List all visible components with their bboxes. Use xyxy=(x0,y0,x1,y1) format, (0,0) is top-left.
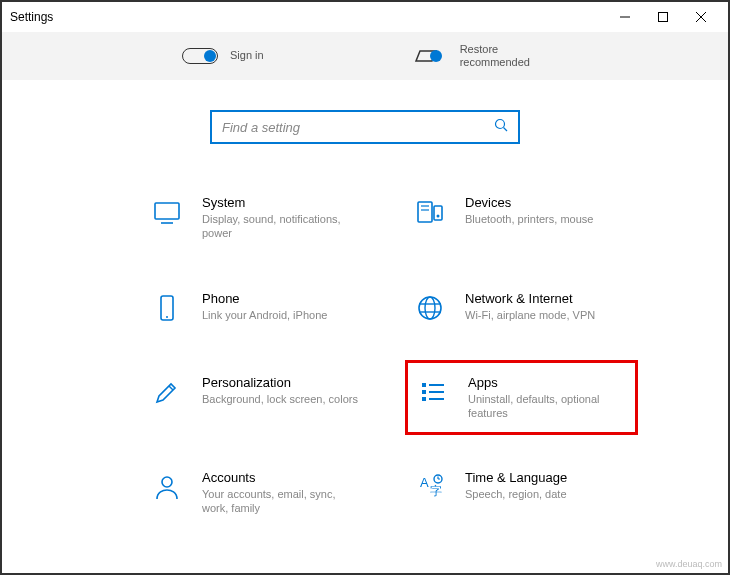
restore-label: Restore recommended xyxy=(460,43,560,69)
tile-subtitle: Background, lock screen, colors xyxy=(202,392,358,406)
tile-network[interactable]: Network & Internet Wi-Fi, airplane mode,… xyxy=(405,285,638,331)
tile-title: Time & Language xyxy=(465,470,567,485)
settings-grid: System Display, sound, notifications, po… xyxy=(2,144,728,542)
svg-line-20 xyxy=(169,386,173,390)
sign-in-label: Sign in xyxy=(230,49,264,62)
search-icon xyxy=(494,118,508,136)
tile-subtitle: Bluetooth, printers, mouse xyxy=(465,212,593,226)
svg-point-13 xyxy=(437,215,440,218)
tile-text: System Display, sound, notifications, po… xyxy=(202,195,362,241)
tile-subtitle: Display, sound, notifications, power xyxy=(202,212,362,241)
maximize-button[interactable] xyxy=(644,3,682,31)
svg-line-6 xyxy=(504,128,508,132)
restore-item[interactable]: Restore recommended xyxy=(414,43,560,69)
devices-icon xyxy=(413,195,447,229)
tile-text: Time & Language Speech, region, date xyxy=(465,470,567,501)
search-box[interactable] xyxy=(210,110,520,144)
tile-subtitle: Wi-Fi, airplane mode, VPN xyxy=(465,308,595,322)
tile-devices[interactable]: Devices Bluetooth, printers, mouse xyxy=(405,189,638,247)
phone-icon xyxy=(150,291,184,325)
tile-title: Accounts xyxy=(202,470,362,485)
tile-subtitle: Link your Android, iPhone xyxy=(202,308,327,322)
tile-text: Phone Link your Android, iPhone xyxy=(202,291,327,322)
search-input[interactable] xyxy=(222,120,494,135)
close-button[interactable] xyxy=(682,3,720,31)
tile-title: Apps xyxy=(468,375,627,390)
tile-text: Devices Bluetooth, printers, mouse xyxy=(465,195,593,226)
sign-in-item[interactable]: Sign in xyxy=(182,48,264,64)
tile-subtitle: Speech, region, date xyxy=(465,487,567,501)
tile-subtitle: Your accounts, email, sync, work, family xyxy=(202,487,362,516)
header-band: Sign in Restore recommended xyxy=(2,32,728,80)
tile-time-language[interactable]: A字 Time & Language Speech, region, date xyxy=(405,464,638,522)
svg-text:字: 字 xyxy=(430,484,442,498)
search-container xyxy=(2,110,728,144)
tile-title: Phone xyxy=(202,291,327,306)
svg-rect-21 xyxy=(422,383,426,387)
svg-point-4 xyxy=(430,50,442,62)
svg-rect-22 xyxy=(422,390,426,394)
tile-accounts[interactable]: Accounts Your accounts, email, sync, wor… xyxy=(142,464,375,522)
personalization-icon xyxy=(150,375,184,409)
tile-text: Apps Uninstall, defaults, optional featu… xyxy=(468,375,627,421)
tile-title: Personalization xyxy=(202,375,358,390)
accounts-icon xyxy=(150,470,184,504)
tile-title: System xyxy=(202,195,362,210)
tile-text: Personalization Background, lock screen,… xyxy=(202,375,358,406)
tile-subtitle: Uninstall, defaults, optional features xyxy=(468,392,627,421)
network-icon xyxy=(413,291,447,325)
time-language-icon: A字 xyxy=(413,470,447,504)
watermark: www.deuaq.com xyxy=(656,559,722,569)
svg-rect-12 xyxy=(434,206,442,220)
apps-icon xyxy=(416,375,450,409)
svg-point-27 xyxy=(162,477,172,487)
tile-title: Devices xyxy=(465,195,593,210)
svg-point-5 xyxy=(496,120,505,129)
window-title: Settings xyxy=(10,10,606,24)
tile-phone[interactable]: Phone Link your Android, iPhone xyxy=(142,285,375,331)
svg-point-16 xyxy=(419,297,441,319)
title-bar: Settings xyxy=(2,2,728,32)
tile-text: Accounts Your accounts, email, sync, wor… xyxy=(202,470,362,516)
svg-rect-9 xyxy=(418,202,432,222)
system-icon xyxy=(150,195,184,229)
tile-text: Network & Internet Wi-Fi, airplane mode,… xyxy=(465,291,595,322)
tile-personalization[interactable]: Personalization Background, lock screen,… xyxy=(142,369,375,427)
svg-text:A: A xyxy=(420,475,429,490)
svg-point-15 xyxy=(166,316,168,318)
sign-in-toggle-icon xyxy=(182,48,218,64)
tile-title: Network & Internet xyxy=(465,291,595,306)
svg-rect-1 xyxy=(659,13,668,22)
svg-rect-23 xyxy=(422,397,426,401)
restore-icon xyxy=(414,47,448,65)
svg-point-17 xyxy=(425,297,435,319)
tile-system[interactable]: System Display, sound, notifications, po… xyxy=(142,189,375,247)
svg-rect-7 xyxy=(155,203,179,219)
minimize-button[interactable] xyxy=(606,3,644,31)
tile-apps[interactable]: Apps Uninstall, defaults, optional featu… xyxy=(405,360,638,436)
